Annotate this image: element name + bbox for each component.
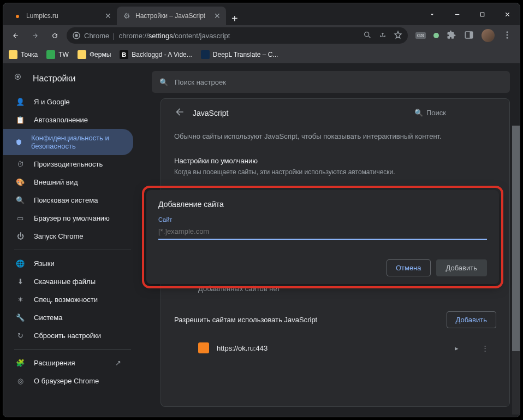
scrollbar[interactable] [512, 126, 520, 415]
settings-header: Настройки [3, 63, 142, 90]
close-icon[interactable]: ✕ [105, 11, 111, 20]
address-bar[interactable]: Chrome | chrome://settings/content/javas… [67, 27, 408, 44]
reload-button[interactable] [47, 28, 62, 43]
tab-title: Lumpics.ru [26, 12, 100, 20]
sidebar-item-privacy[interactable]: Конфиденциальность и безопасность [3, 129, 133, 155]
bookmark-item[interactable]: Фермы [78, 50, 111, 59]
external-link-icon: ↗ [115, 359, 121, 367]
tab-title: Настройки – JavaScript [135, 12, 210, 20]
sidebar-item-default-browser[interactable]: ▭Браузер по умолчанию [3, 209, 133, 227]
sidebar-item-reset[interactable]: ↻Сбросить настройки [3, 327, 133, 345]
url-text: chrome://settings/content/javascript [119, 32, 359, 40]
settings-search[interactable]: 🔍 Поиск настроек [152, 71, 510, 93]
svg-rect-0 [455, 14, 459, 14]
scrollbar-thumb[interactable] [512, 126, 520, 351]
sidebar-item-languages[interactable]: 🌐Языки [3, 255, 133, 273]
browser-icon: ▭ [15, 214, 25, 222]
chrome-chip: Chrome | [72, 31, 115, 40]
bookmark-item[interactable]: DeepL Translate – С... [201, 50, 278, 59]
extension-dot-icon[interactable] [433, 33, 439, 38]
svg-point-7 [507, 31, 508, 33]
chrome-icon: ◎ [15, 377, 25, 385]
site-url: https://ok.ru:443 [217, 344, 439, 352]
sidebar-item-accessibility[interactable]: ✶Спец. возможности [3, 291, 133, 309]
back-button[interactable] [8, 28, 23, 43]
sidebar-item-about[interactable]: ◎О браузере Chrome [3, 372, 133, 390]
kebab-menu-icon[interactable] [502, 30, 512, 42]
shield-icon [15, 139, 22, 146]
sidebar-item-startup[interactable]: ⏻Запуск Chrome [3, 227, 133, 245]
minimize-button[interactable] [444, 5, 469, 23]
settings-title: Настройки [33, 74, 75, 84]
allowed-site-row: https://ok.ru:443 ▸ ⋮ [174, 336, 496, 360]
reset-icon: ↻ [15, 332, 25, 340]
toolbar: Chrome | chrome://settings/content/javas… [3, 25, 520, 46]
palette-icon: 🎨 [15, 178, 25, 186]
search-icon: 🔍 [414, 109, 423, 117]
divider [14, 250, 131, 250]
svg-point-8 [507, 34, 508, 36]
sidebar-item-you-google[interactable]: 👤Я и Google [3, 93, 133, 111]
allow-label: Разрешить сайтам использовать JavaScript [174, 316, 317, 324]
page-search[interactable]: 🔍Поиск [414, 109, 496, 117]
page-title: JavaScript [193, 109, 407, 117]
close-icon[interactable]: ✕ [214, 11, 221, 20]
accessibility-icon: ✶ [15, 295, 25, 304]
power-icon: ⏻ [15, 232, 25, 240]
share-icon[interactable] [378, 31, 387, 41]
svg-point-3 [75, 34, 78, 37]
bookmark-icon[interactable] [394, 31, 402, 41]
divider [14, 349, 131, 350]
section-defaults-sub: Когда вы посещаете сайты, эти настройки … [174, 168, 496, 184]
profile-avatar[interactable] [482, 29, 495, 42]
close-window-button[interactable] [495, 5, 520, 23]
favicon-lumpics: ● [13, 11, 22, 20]
sidebar-item-downloads[interactable]: ⬇Скачанные файлы [3, 273, 133, 291]
back-icon[interactable] [174, 107, 185, 119]
bookmark-item[interactable]: TW [46, 50, 69, 59]
chevron-right-icon[interactable]: ▸ [447, 344, 466, 352]
bookmark-item[interactable]: BBackloggd - A Vide... [120, 50, 192, 59]
add-site-dialog: Добавление сайта Сайт Отмена Добавить [146, 190, 499, 284]
bookmark-item[interactable]: Точка [9, 50, 38, 59]
gear-icon: ⚙ [122, 11, 131, 20]
side-panel-icon[interactable] [464, 30, 474, 42]
zoom-icon[interactable] [363, 31, 372, 41]
bookmarks-bar: Точка TW Фермы BBackloggd - A Vide... De… [3, 46, 520, 63]
cancel-button[interactable]: Отмена [387, 259, 431, 276]
add-allow-button[interactable]: Добавить [447, 311, 496, 328]
titlebar: ● Lumpics.ru ✕ ⚙ Настройки – JavaScript … [3, 3, 520, 25]
settings-sidebar: Настройки 👤Я и Google 📋Автозаполнение Ко… [3, 63, 142, 417]
sidebar-item-system[interactable]: 🔧Система [3, 309, 133, 327]
tab-lumpics[interactable]: ● Lumpics.ru ✕ [8, 7, 117, 25]
page-description: Обычно сайты используют JavaScript, чтоб… [174, 129, 496, 149]
site-input[interactable] [158, 224, 487, 240]
clipboard-icon: 📋 [15, 116, 25, 124]
nav-primary: 👤Я и Google 📋Автозаполнение Конфиденциал… [3, 90, 142, 398]
sidebar-item-autofill[interactable]: 📋Автозаполнение [3, 111, 133, 129]
chrome-logo-icon [14, 73, 25, 84]
svg-point-4 [365, 32, 369, 36]
window-controls [419, 5, 520, 23]
download-icon: ⬇ [15, 277, 25, 286]
search-icon: 🔍 [15, 196, 25, 204]
svg-point-11 [16, 75, 19, 78]
person-icon: 👤 [15, 98, 25, 106]
new-tab-button[interactable]: + [226, 13, 243, 25]
puzzle-icon: 🧩 [15, 359, 25, 367]
site-favicon [198, 342, 209, 353]
forward-button[interactable] [27, 28, 43, 43]
maximize-button[interactable] [469, 5, 495, 23]
kebab-menu-icon[interactable]: ⋮ [474, 344, 496, 352]
chevron-down-icon[interactable] [419, 5, 444, 23]
sidebar-item-extensions[interactable]: 🧩Расширения↗ [3, 354, 133, 372]
sidebar-item-performance[interactable]: ⏱Производительность [3, 155, 133, 173]
sidebar-item-search-engine[interactable]: 🔍Поисковая система [3, 191, 133, 209]
extension-badge[interactable]: GS [415, 32, 426, 39]
dialog-title: Добавление сайта [158, 200, 487, 209]
sidebar-item-appearance[interactable]: 🎨Внешний вид [3, 173, 133, 191]
puzzle-icon[interactable] [447, 30, 456, 42]
add-button[interactable]: Добавить [436, 259, 487, 276]
svg-rect-1 [480, 13, 484, 16]
tab-settings[interactable]: ⚙ Настройки – JavaScript ✕ [117, 7, 226, 25]
